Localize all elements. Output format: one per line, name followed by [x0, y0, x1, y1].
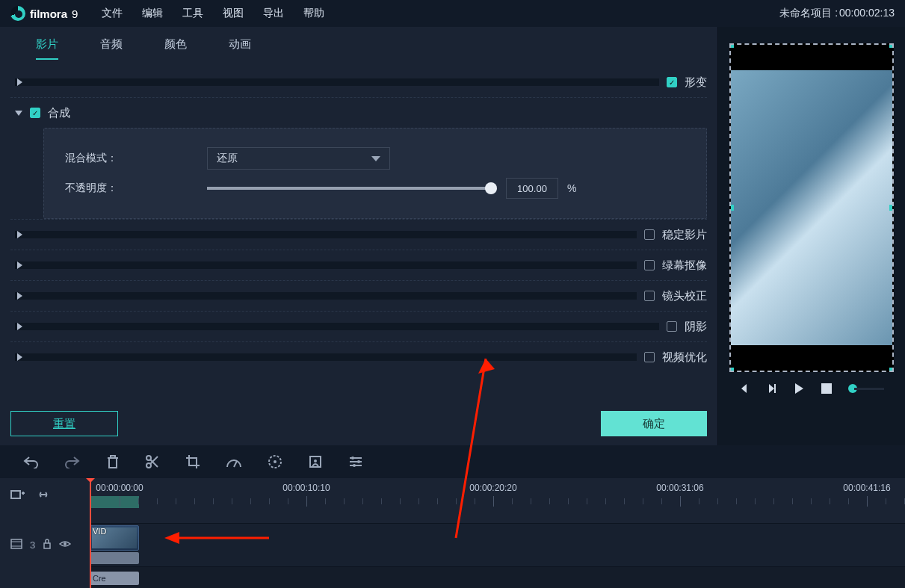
menu-export[interactable]: 导出: [263, 7, 284, 20]
preview-panel: [717, 27, 905, 445]
chevron-right-icon: [15, 261, 637, 269]
resize-handle[interactable]: [729, 205, 734, 211]
track-lane[interactable]: VID: [90, 523, 905, 566]
slider-thumb[interactable]: [485, 182, 497, 194]
speed-button[interactable]: [226, 455, 242, 468]
video-clip[interactable]: VID: [90, 525, 139, 551]
project-label: 未命名项目 :: [779, 7, 838, 20]
section-transform: ✓ 形变: [10, 67, 707, 98]
svg-point-6: [314, 459, 317, 462]
clip-label: Cre: [93, 574, 106, 583]
undo-button[interactable]: [22, 455, 39, 468]
logo-icon: [10, 6, 25, 21]
eye-icon[interactable]: [59, 539, 71, 551]
resize-handle[interactable]: [889, 43, 894, 48]
blend-mode-row: 混合模式： 还原: [65, 143, 685, 173]
section-composite: ✓ 合成 混合模式： 还原 不透明度： 100.00: [10, 98, 707, 220]
stop-button[interactable]: [821, 383, 832, 394]
panel-buttons: 重置 确定: [0, 402, 717, 445]
playhead[interactable]: [90, 478, 91, 588]
audio-clip[interactable]: [90, 552, 139, 564]
tab-video[interactable]: 影片: [36, 37, 58, 60]
resize-handle[interactable]: [889, 368, 894, 372]
play-button[interactable]: [793, 383, 805, 394]
reset-button[interactable]: 重置: [10, 411, 118, 436]
section-chroma-header[interactable]: 绿幕抠像: [10, 250, 707, 280]
enhance-checkbox[interactable]: [644, 352, 655, 362]
opacity-slider[interactable]: [207, 187, 491, 190]
track-lane[interactable]: Cre: [90, 566, 905, 588]
enhance-title: 视频优化: [662, 350, 707, 365]
ruler-ticks: [90, 496, 905, 508]
menu-help[interactable]: 帮助: [303, 7, 324, 20]
chevron-right-icon: [15, 353, 637, 361]
preview-image: [731, 70, 892, 345]
redo-button[interactable]: [64, 455, 81, 468]
section-enhance-header[interactable]: 视频优化: [10, 342, 707, 372]
composite-checkbox[interactable]: ✓: [30, 108, 40, 118]
next-frame-button[interactable]: [766, 383, 776, 394]
player-controls: [739, 383, 884, 394]
section-shadow-header[interactable]: 阴影: [10, 312, 707, 341]
svg-rect-12: [44, 543, 50, 548]
section-lens: 镜头校正: [10, 281, 707, 312]
section-stabilize: 稳定影片: [10, 220, 707, 250]
split-button[interactable]: [145, 454, 160, 469]
preview-canvas[interactable]: [729, 43, 894, 372]
prev-frame-button[interactable]: [739, 383, 750, 394]
menu-edit[interactable]: 编辑: [142, 7, 163, 20]
tab-color[interactable]: 颜色: [164, 37, 187, 60]
chevron-down-icon: [15, 109, 22, 117]
resize-handle[interactable]: [729, 368, 734, 372]
chevron-right-icon: [15, 78, 659, 86]
stabilize-checkbox[interactable]: [644, 229, 655, 240]
svg-point-9: [353, 464, 356, 467]
section-lens-header[interactable]: 镜头校正: [10, 281, 707, 311]
section-transform-header[interactable]: ✓ 形变: [10, 67, 707, 97]
green-screen-button[interactable]: [308, 454, 323, 469]
section-chroma: 绿幕抠像: [10, 250, 707, 281]
text-clip[interactable]: Cre: [90, 572, 139, 585]
lock-icon[interactable]: [43, 539, 52, 551]
resize-handle[interactable]: [729, 43, 734, 48]
color-button[interactable]: [268, 454, 282, 469]
main-area: 影片 音频 颜色 动画 ✓ 形变 ✓ 合成: [0, 27, 905, 445]
ruler-label: 00:00:31:06: [656, 483, 703, 493]
blend-mode-select[interactable]: 还原: [207, 147, 390, 170]
ruler-label: 00:00:10:10: [282, 483, 330, 493]
track-row: 3 VID: [0, 523, 905, 566]
tab-audio[interactable]: 音频: [100, 37, 123, 60]
tab-motion[interactable]: 动画: [229, 37, 251, 60]
svg-rect-10: [11, 491, 20, 498]
menu-file[interactable]: 文件: [102, 7, 123, 20]
composite-body: 混合模式： 还原 不透明度： 100.00 %: [43, 128, 707, 219]
transform-checkbox[interactable]: ✓: [667, 77, 677, 87]
properties-tabs: 影片 音频 颜色 动画: [0, 27, 717, 60]
section-stabilize-header[interactable]: 稳定影片: [10, 220, 707, 250]
chroma-checkbox[interactable]: [644, 260, 655, 270]
ruler-label: 00:00:00:00: [96, 483, 143, 493]
section-composite-header[interactable]: ✓ 合成: [10, 98, 707, 128]
shadow-checkbox[interactable]: [667, 321, 677, 332]
link-button[interactable]: [36, 489, 51, 504]
timeline: 00:00:00:00 00:00:10:10 00:00:20:20 00:0…: [0, 478, 905, 588]
add-track-button[interactable]: [10, 489, 25, 504]
menu-view[interactable]: 视图: [223, 7, 244, 20]
crop-button[interactable]: [185, 454, 200, 469]
opacity-value[interactable]: 100.00: [506, 178, 558, 199]
section-enhance: 视频优化: [10, 342, 707, 372]
transform-title: 形变: [685, 75, 707, 90]
quality-slider[interactable]: [848, 384, 884, 393]
resize-handle[interactable]: [889, 205, 894, 211]
menu-tools[interactable]: 工具: [182, 7, 203, 20]
ok-button[interactable]: 确定: [601, 411, 707, 436]
tracks: 3 VID Cre: [0, 523, 905, 588]
app-logo: filmora9: [10, 6, 78, 21]
lens-checkbox[interactable]: [644, 291, 655, 301]
menu-bar: 文件 编辑 工具 视图 导出 帮助: [102, 7, 324, 20]
ruler-label: 00:00:20:20: [469, 483, 516, 493]
time-ruler[interactable]: 00:00:00:00 00:00:10:10 00:00:20:20 00:0…: [90, 478, 905, 514]
svg-point-7: [351, 457, 354, 459]
adjust-button[interactable]: [348, 455, 363, 468]
delete-button[interactable]: [106, 454, 120, 469]
